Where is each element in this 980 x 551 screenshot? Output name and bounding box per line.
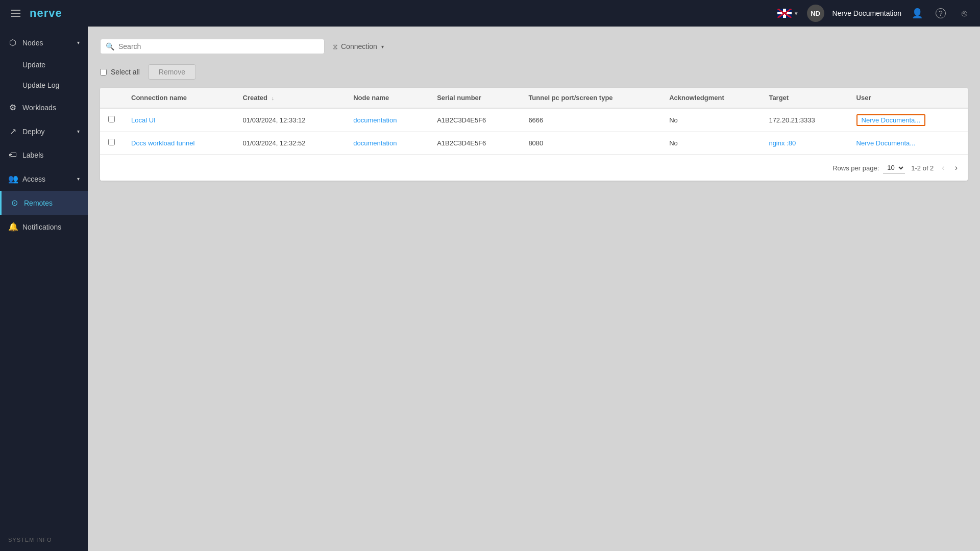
select-all-checkbox[interactable] — [100, 69, 107, 76]
labels-icon: 🏷 — [8, 151, 17, 160]
system-info-label[interactable]: SYSTEM INFO — [0, 529, 88, 551]
search-box: 🔍 — [100, 39, 325, 54]
search-icon: 🔍 — [106, 42, 114, 51]
row-checkbox-cell — [100, 132, 123, 155]
logout-icon: ⎋ — [962, 8, 967, 19]
rows-per-page-select[interactable]: 10 25 50 — [883, 162, 905, 173]
table-header-target: Target — [761, 88, 848, 108]
table-header-user: User — [848, 88, 968, 108]
user-profile-button[interactable]: 👤 — [910, 6, 925, 21]
topbar: nerve ▼ ND Nerve Documentation 👤 ? ⎋ — [0, 0, 980, 27]
row-created: 01/03/2024, 12:33:12 — [235, 108, 346, 132]
language-selector[interactable]: ▼ — [777, 9, 799, 18]
row-checkbox-1[interactable] — [108, 139, 115, 145]
target-value[interactable]: nginx :80 — [769, 139, 796, 147]
user-link-highlighted[interactable]: Nerve Documenta... — [856, 114, 926, 126]
sidebar-item-deploy-label: Deploy — [22, 128, 45, 136]
user-avatar-button[interactable]: ND — [807, 5, 824, 22]
table-header-tunnel-pc: Tunnel pc port/screen type — [520, 88, 661, 108]
sidebar-item-update[interactable]: Update — [0, 55, 88, 75]
filter-chevron-icon: ▾ — [381, 44, 384, 49]
table-row: Local UI 01/03/2024, 12:33:12 documentat… — [100, 108, 968, 132]
previous-page-button[interactable]: ‹ — [940, 161, 946, 174]
notifications-icon: 🔔 — [8, 222, 17, 232]
topbar-right: ▼ ND Nerve Documentation 👤 ? ⎋ — [777, 5, 972, 22]
remotes-icon: ⊙ — [10, 198, 19, 208]
sidebar-item-remotes-label: Remotes — [24, 199, 53, 207]
main-content: 🔍 ⧖ Connection ▾ Select all Remove — [88, 27, 980, 551]
table-header-checkbox — [100, 88, 123, 108]
filter-icon: ⧖ — [333, 42, 338, 51]
row-serial-number: A1B2C3D4E5F6 — [429, 108, 520, 132]
next-page-button[interactable]: › — [953, 161, 960, 174]
remove-button[interactable]: Remove — [148, 64, 196, 80]
row-node-name: documentation — [345, 132, 429, 155]
rows-per-page-control: Rows per page: 10 25 50 — [832, 162, 905, 173]
connection-name-link[interactable]: Docs workload tunnel — [131, 139, 194, 147]
chevron-down-icon: ▾ — [77, 176, 80, 182]
row-checkbox-cell — [100, 108, 123, 132]
user-link[interactable]: Nerve Documenta... — [856, 139, 916, 147]
table-header: Connection name Created ↓ Node name Seri… — [100, 88, 968, 108]
row-target: 172.20.21:3333 — [761, 108, 848, 132]
row-target: nginx :80 — [761, 132, 848, 155]
row-acknowledgment: No — [661, 108, 761, 132]
connection-filter-button[interactable]: ⧖ Connection ▾ — [333, 42, 384, 51]
node-name-link[interactable]: documentation — [353, 139, 397, 147]
connection-name-link[interactable]: Local UI — [131, 116, 156, 124]
select-all-label[interactable]: Select all — [100, 68, 140, 76]
access-icon: 👥 — [8, 174, 17, 184]
chevron-down-icon: ▾ — [77, 40, 80, 45]
sidebar-item-update-log-label: Update Log — [22, 81, 59, 89]
nerve-documentation-link[interactable]: Nerve Documentation — [832, 9, 901, 17]
pagination-bar: Rows per page: 10 25 50 1-2 of 2 ‹ › — [100, 155, 968, 181]
sidebar-item-nodes[interactable]: ⬡ Nodes ▾ — [0, 31, 88, 55]
help-icon: ? — [936, 8, 946, 18]
row-tunnel-pc: 6666 — [520, 108, 661, 132]
page-info: 1-2 of 2 — [911, 164, 934, 172]
hamburger-menu-button[interactable] — [8, 6, 23, 21]
sidebar-item-access-label: Access — [22, 175, 45, 183]
user-icon: 👤 — [912, 8, 923, 19]
sidebar-item-remotes[interactable]: ⊙ Remotes — [0, 191, 88, 215]
node-name-link[interactable]: documentation — [353, 116, 397, 124]
sidebar-item-update-log[interactable]: Update Log — [0, 75, 88, 95]
sidebar-item-labels[interactable]: 🏷 Labels — [0, 143, 88, 167]
filter-label: Connection — [341, 42, 377, 51]
deploy-icon: ↗ — [8, 127, 17, 136]
row-checkbox-0[interactable] — [108, 116, 115, 122]
sort-icon: ↓ — [272, 95, 275, 101]
logo-text: nerve — [30, 7, 62, 20]
help-button[interactable]: ? — [933, 6, 948, 21]
table-header-created[interactable]: Created ↓ — [235, 88, 346, 108]
logout-button[interactable]: ⎋ — [957, 6, 972, 21]
table-header-acknowledgment: Acknowledgment — [661, 88, 761, 108]
search-input[interactable] — [118, 42, 319, 51]
sidebar-item-notifications-label: Notifications — [22, 223, 61, 231]
row-acknowledgment: No — [661, 132, 761, 155]
sidebar-item-deploy[interactable]: ↗ Deploy ▾ — [0, 119, 88, 143]
row-connection-name: Local UI — [123, 108, 235, 132]
toolbar: 🔍 ⧖ Connection ▾ — [100, 39, 968, 54]
chevron-down-icon: ▾ — [77, 129, 80, 134]
connections-table: Connection name Created ↓ Node name Seri… — [100, 88, 968, 181]
row-tunnel-pc: 8080 — [520, 132, 661, 155]
table-body: Local UI 01/03/2024, 12:33:12 documentat… — [100, 108, 968, 155]
row-user: Nerve Documenta... — [848, 132, 968, 155]
rows-per-page-label: Rows per page: — [832, 164, 879, 172]
table-header-serial-number: Serial number — [429, 88, 520, 108]
sidebar-item-workloads-label: Workloads — [22, 104, 56, 112]
target-value: 172.20.21:3333 — [769, 116, 815, 124]
row-node-name: documentation — [345, 108, 429, 132]
chevron-down-icon: ▼ — [794, 11, 799, 16]
row-serial-number: A1B2C3D4E5F6 — [429, 132, 520, 155]
table-header-node-name: Node name — [345, 88, 429, 108]
sidebar: ⬡ Nodes ▾ Update Update Log ⚙ Workloads … — [0, 27, 88, 551]
sidebar-item-notifications[interactable]: 🔔 Notifications — [0, 215, 88, 239]
table: Connection name Created ↓ Node name Seri… — [100, 88, 968, 155]
row-user: Nerve Documenta... — [848, 108, 968, 132]
action-bar: Select all Remove — [100, 64, 968, 80]
sidebar-item-labels-label: Labels — [22, 151, 43, 159]
sidebar-item-workloads[interactable]: ⚙ Workloads — [0, 95, 88, 119]
sidebar-item-access[interactable]: 👥 Access ▾ — [0, 167, 88, 191]
